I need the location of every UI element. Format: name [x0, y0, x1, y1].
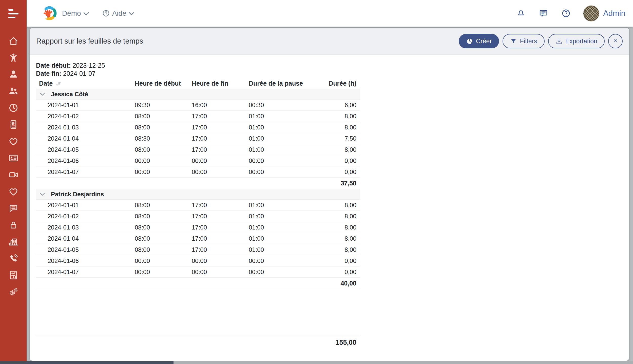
close-icon [612, 38, 619, 45]
cell: 2024-01-02 [36, 213, 135, 220]
child-icon [8, 53, 18, 64]
aide-menu[interactable]: Aide [102, 9, 134, 17]
cell: 2024-01-07 [36, 269, 135, 276]
cell: 08:00 [135, 124, 192, 131]
cell: 08:00 [135, 224, 192, 231]
group-row[interactable]: Patrick Desjardins [36, 189, 360, 200]
sidebar-item-team[interactable] [0, 83, 27, 100]
sidebar-item-lock[interactable] [0, 217, 27, 234]
sidebar-item-heart[interactable] [0, 133, 27, 150]
cell: 08:30 [135, 135, 192, 142]
sidebar-toggle-button[interactable] [0, 0, 27, 27]
sidebar-item-invoice[interactable] [0, 117, 27, 133]
messages-icon[interactable] [539, 9, 548, 18]
table-row: 2024-01-0508:0017:0001:008,00 [36, 144, 360, 155]
sidebar [0, 0, 27, 364]
cell: 17:00 [192, 224, 249, 231]
cell: 17:00 [192, 124, 249, 131]
chevron-down-icon [83, 11, 89, 16]
cell: 08:00 [135, 113, 192, 120]
table-row: 2024-01-0108:0017:0001:008,00 [36, 200, 360, 211]
demo-menu[interactable]: Démo [62, 9, 89, 17]
sidebar-item-clock[interactable] [0, 100, 27, 117]
date-end-value: 2024-01-07 [63, 70, 95, 77]
help-icon[interactable] [561, 9, 571, 18]
spacer [36, 289, 360, 336]
cell: 01:00 [249, 124, 316, 131]
report-card-body: Date début: 2023-12-25 Date fin: 2024-01… [30, 55, 629, 349]
sidebar-item-building[interactable] [0, 234, 27, 251]
cell: 2024-01-04 [36, 235, 135, 242]
cell: 01:00 [249, 202, 316, 209]
sidebar-item-video-camera[interactable] [0, 167, 27, 184]
cell: 8,00 [316, 246, 360, 253]
sidebar-item-chat[interactable] [0, 200, 27, 217]
chat-icon [8, 203, 18, 214]
pie-chart-icon [466, 38, 473, 45]
cell: 8,00 [316, 235, 360, 242]
group-name: Patrick Desjardins [51, 191, 104, 198]
home-icon [8, 36, 18, 47]
cell: 00:00 [249, 157, 316, 164]
group-name: Jessica Côté [51, 91, 88, 98]
cell: 2024-01-07 [36, 168, 135, 176]
export-button[interactable]: Exportation [548, 34, 605, 48]
column-header: Durée de la pause [249, 80, 316, 87]
cell: 17:00 [192, 202, 249, 209]
cell: 16:00 [192, 102, 249, 109]
aide-menu-label: Aide [112, 9, 126, 17]
cell: 08:00 [135, 202, 192, 209]
notifications-bell-icon[interactable] [516, 9, 526, 18]
cell: 2024-01-03 [36, 224, 135, 231]
sidebar-items [0, 33, 27, 301]
cell: 00:00 [192, 269, 249, 276]
invoice-icon [8, 120, 18, 131]
scrollbar-thumb[interactable] [0, 361, 174, 364]
avatar[interactable] [583, 6, 599, 21]
sidebar-item-id-card[interactable] [0, 150, 27, 167]
table-row: 2024-01-0308:0017:0001:008,00 [36, 222, 360, 233]
close-button[interactable] [608, 34, 623, 48]
table-row: 2024-01-0700:0000:0000:000,00 [36, 166, 360, 178]
group-row[interactable]: Jessica Côté [36, 89, 360, 100]
date-end-line: Date fin: 2024-01-07 [36, 69, 621, 78]
lock-icon [8, 220, 18, 231]
create-button[interactable]: Créer [459, 34, 499, 48]
horizontal-scrollbar[interactable] [0, 361, 633, 364]
cell: 00:30 [249, 102, 316, 109]
grand-total: 155,00 [36, 336, 360, 349]
report-card-header: Rapport sur les feuilles de temps Créer … [30, 28, 629, 55]
cell: 17:00 [192, 246, 249, 253]
sidebar-item-home[interactable] [0, 33, 27, 50]
cell: 2024-01-06 [36, 257, 135, 264]
sidebar-item-report-search[interactable] [0, 267, 27, 284]
app-logo[interactable] [41, 6, 57, 21]
column-header-date[interactable]: Date [36, 80, 135, 87]
cell: 2024-01-05 [36, 146, 135, 153]
sidebar-item-child[interactable] [0, 50, 27, 67]
group-subtotal: 40,00 [36, 278, 360, 289]
cell: 00:00 [192, 168, 249, 176]
filter-icon [510, 38, 517, 45]
sidebar-item-phone[interactable] [0, 251, 27, 267]
admin-user-label[interactable]: Admin [603, 9, 625, 18]
gears-icon [8, 287, 18, 298]
date-start-value: 2023-12-25 [72, 62, 105, 69]
sidebar-item-gears[interactable] [0, 284, 27, 301]
cell: 8,00 [316, 224, 360, 231]
cell: 0,00 [316, 157, 360, 164]
sidebar-item-employee[interactable] [0, 67, 27, 83]
sort-icon [55, 80, 61, 87]
table-row: 2024-01-0600:0000:0000:000,00 [36, 155, 360, 166]
filters-button[interactable]: Filters [503, 34, 544, 48]
cell: 6,00 [316, 102, 360, 109]
column-header: Heure de fin [192, 80, 249, 87]
sidebar-item-heart-2[interactable] [0, 184, 27, 200]
cell: 00:00 [249, 168, 316, 176]
heart-icon [8, 186, 18, 198]
cell: 01:00 [249, 224, 316, 231]
topbar-right: Admin [503, 6, 625, 21]
report-search-icon [8, 270, 18, 281]
cell: 00:00 [135, 168, 192, 176]
team-icon [8, 86, 18, 97]
